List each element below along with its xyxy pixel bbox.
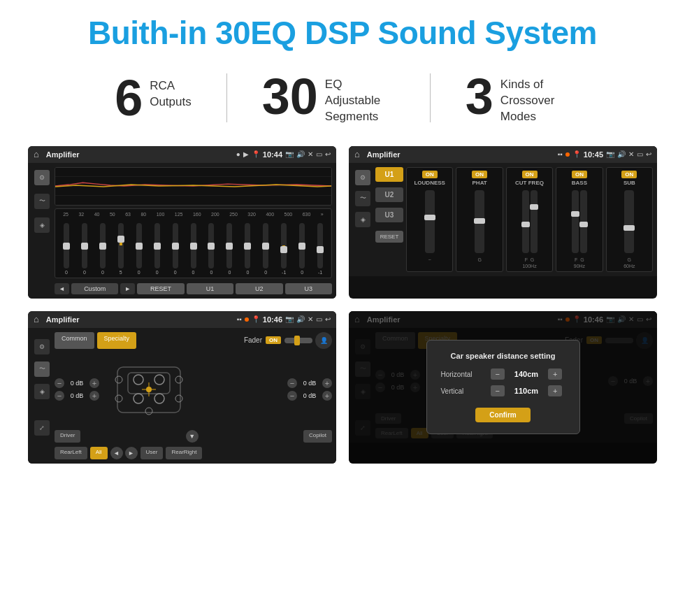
home-icon-2[interactable]: ⌂ <box>354 149 360 159</box>
location-icon-2: 📍 <box>572 150 581 158</box>
tab-specialty[interactable]: Specialty <box>97 332 137 349</box>
eq-next-button[interactable]: ► <box>120 283 135 294</box>
time-1: 10:44 <box>263 150 282 159</box>
bal-person-icon[interactable]: 👤 <box>315 332 332 349</box>
eq-slider-8[interactable]: 0 <box>203 223 220 275</box>
dialog-horizontal-plus[interactable]: + <box>548 368 562 380</box>
eq-slider-5[interactable]: 0 <box>149 223 166 275</box>
eq-slider-0[interactable]: 0 <box>58 223 75 275</box>
eq-u2-button[interactable]: U2 <box>236 283 282 294</box>
x-icon-1[interactable]: ✕ <box>308 150 313 158</box>
btn-all[interactable]: All <box>90 447 108 459</box>
play-icon-1[interactable]: ▶ <box>243 150 249 158</box>
eq-slider-11[interactable]: 0 <box>257 223 274 275</box>
dialog-vertical-minus[interactable]: − <box>491 385 505 396</box>
eq-slider-3[interactable]: 5 <box>113 223 129 275</box>
cross-cutfreq-label: CUT FREQ <box>515 180 544 186</box>
bal-expand-icon[interactable]: ⤢ <box>34 420 50 436</box>
vol-fr-plus[interactable]: + <box>322 378 332 388</box>
tab-common[interactable]: Common <box>55 332 94 349</box>
btn-rearright[interactable]: RearRight <box>166 447 202 459</box>
eq-u3-button[interactable]: U3 <box>285 283 332 294</box>
cross-bass-slider-f[interactable] <box>572 190 579 253</box>
vol-rr-plus[interactable]: + <box>322 391 332 401</box>
fader-track[interactable] <box>284 338 312 343</box>
eq-u1-button[interactable]: U1 <box>187 283 233 294</box>
window-icon-2[interactable]: ▭ <box>637 150 643 158</box>
fader-thumb[interactable] <box>294 336 300 345</box>
eq-slider-9[interactable]: 0 <box>221 223 238 275</box>
cross-bass-sliders <box>572 187 587 256</box>
svg-point-17 <box>145 408 152 415</box>
cross-cutfreq-on[interactable]: ON <box>522 171 538 178</box>
arrow-right-icon[interactable]: ► <box>125 447 138 459</box>
eq-slider-2[interactable]: 0 <box>94 223 111 275</box>
eq-slider-1[interactable]: 0 <box>76 223 93 275</box>
cross-speaker-icon[interactable]: ◈ <box>355 212 370 227</box>
cross-u3-button[interactable]: U3 <box>375 208 403 222</box>
cross-phat-on[interactable]: ON <box>472 171 487 178</box>
vol-fl-plus[interactable]: + <box>89 378 99 388</box>
eq-slider-6[interactable]: 0 <box>167 223 184 275</box>
cross-u1-button[interactable]: U1 <box>375 167 403 182</box>
home-icon-1[interactable]: ⌂ <box>34 149 39 159</box>
btn-user[interactable]: User <box>140 447 164 459</box>
dialog-confirm-button[interactable]: Confirm <box>475 408 530 422</box>
cross-phat-slider[interactable] <box>475 190 484 253</box>
eq-slider-10[interactable]: 0 <box>239 223 256 275</box>
eq-main: 2532 4050 6380 100125 160200 250320 4005… <box>55 167 332 294</box>
cross-bass-on[interactable]: ON <box>572 171 587 178</box>
btn-driver[interactable]: Driver <box>55 430 80 443</box>
back-icon-3[interactable]: ↩ <box>325 315 331 323</box>
home-icon-3[interactable]: ⌂ <box>34 314 39 324</box>
cross-u2-button[interactable]: U2 <box>375 187 403 202</box>
cross-loudness-on[interactable]: ON <box>422 171 438 178</box>
eq-slider-12[interactable]: -1 <box>275 223 292 275</box>
eq-prev-button[interactable]: ◄ <box>55 283 69 294</box>
cross-loudness-slider[interactable] <box>425 190 435 253</box>
vol-rl-plus[interactable]: + <box>89 391 99 401</box>
x-icon-3[interactable]: ✕ <box>308 315 313 323</box>
cross-filter-icon[interactable]: ⚙ <box>355 170 370 185</box>
dialog-horizontal-minus[interactable]: − <box>491 368 505 380</box>
cross-sub-on[interactable]: ON <box>621 171 637 178</box>
back-icon-2[interactable]: ↩ <box>646 150 651 158</box>
vol-fr-minus[interactable]: − <box>287 378 297 388</box>
eq-slider-4[interactable]: 0 <box>131 223 147 275</box>
btn-rearleft[interactable]: RearLeft <box>55 447 87 459</box>
eq-filter-icon[interactable]: ⚙ <box>34 170 50 185</box>
cross-bass-slider-g[interactable] <box>580 190 587 253</box>
eq-slider-7[interactable]: 0 <box>185 223 202 275</box>
vol-fl-minus[interactable]: − <box>55 378 64 388</box>
eq-reset-button[interactable]: RESET <box>137 283 184 294</box>
eq-wave-icon[interactable]: 〜 <box>34 194 50 209</box>
cross-icon-sidebar: ⚙ 〜 ◈ <box>353 167 373 272</box>
cross-bass-label: BASS <box>572 180 587 186</box>
cross-cutfreq-slider-g[interactable] <box>531 190 538 253</box>
eq-sidebar: ⚙ 〜 ◈ <box>32 167 52 294</box>
arrow-down-icon[interactable]: ▼ <box>186 430 199 443</box>
dialog-vertical-plus[interactable]: + <box>548 385 562 396</box>
vol-rl-minus[interactable]: − <box>55 391 64 401</box>
vol-rr-minus[interactable]: − <box>287 391 297 401</box>
bal-speaker-icon[interactable]: ◈ <box>34 384 50 399</box>
window-icon-3[interactable]: ▭ <box>316 315 322 323</box>
stat-number-rca: 6 <box>115 73 143 123</box>
x-icon-2[interactable]: ✕ <box>628 150 634 158</box>
arrow-left-icon[interactable]: ◄ <box>110 447 123 459</box>
cross-wave-icon[interactable]: 〜 <box>355 191 370 206</box>
bal-wave-icon[interactable]: 〜 <box>34 361 50 377</box>
window-icon-1[interactable]: ▭ <box>316 150 322 158</box>
cross-reset-button[interactable]: RESET <box>375 231 403 243</box>
time-3: 10:46 <box>263 315 282 324</box>
btn-copilot[interactable]: Copilot <box>303 430 332 443</box>
back-icon-1[interactable]: ↩ <box>325 150 331 158</box>
eq-slider-14[interactable]: -1 <box>312 223 329 275</box>
bal-filter-icon[interactable]: ⚙ <box>34 339 50 354</box>
cross-sub-slider[interactable] <box>624 190 634 253</box>
eq-speaker-icon[interactable]: ◈ <box>34 217 50 233</box>
squares-icon-3: ▪▪ <box>237 315 242 323</box>
eq-slider-13[interactable]: 0 <box>294 223 310 275</box>
cross-cutfreq-slider-f[interactable] <box>522 190 529 253</box>
fader-on-badge[interactable]: ON <box>266 336 281 344</box>
